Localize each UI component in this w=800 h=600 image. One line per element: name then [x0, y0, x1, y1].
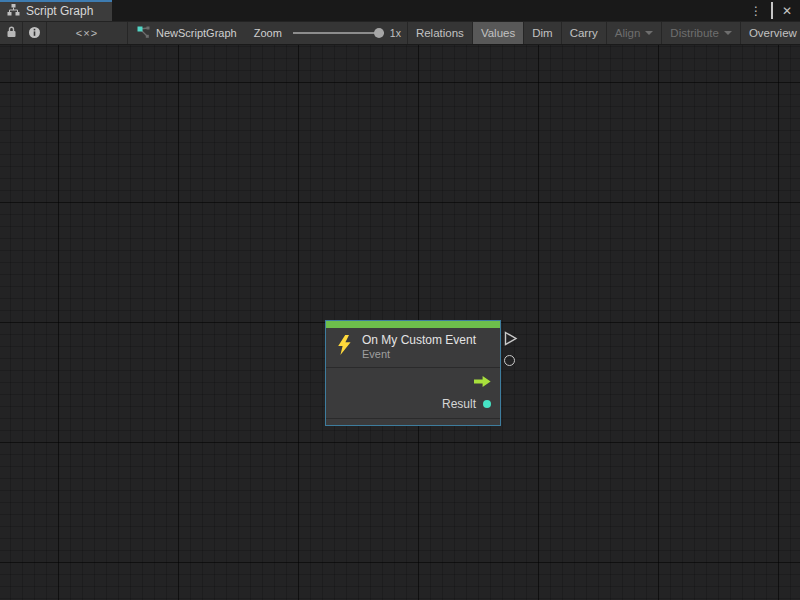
node-color-bar [326, 321, 500, 328]
dim-button[interactable]: Dim [523, 22, 560, 44]
tab-title: Script Graph [26, 3, 93, 18]
align-dropdown-button[interactable]: Align [606, 22, 662, 44]
info-icon [28, 26, 41, 41]
relations-button[interactable]: Relations [407, 22, 472, 44]
values-button[interactable]: Values [472, 22, 523, 44]
zoom-value: 1x [390, 27, 401, 39]
inspect-button[interactable] [23, 22, 47, 44]
tab-script-graph[interactable]: Script Graph [0, 0, 112, 21]
overview-button[interactable]: Overview [740, 22, 800, 44]
script-graph-icon [7, 2, 20, 20]
distribute-label: Distribute [670, 27, 719, 39]
graph-canvas[interactable]: On My Custom Event Event Result [0, 45, 800, 600]
port-label-result: Result [442, 397, 476, 411]
window-controls: ⋮ ✕ [750, 0, 800, 21]
event-node[interactable]: On My Custom Event Event Result [325, 320, 501, 426]
close-icon[interactable]: ✕ [782, 5, 792, 17]
value-port-dot[interactable] [483, 400, 491, 408]
zoom-slider-track [293, 32, 384, 34]
node-ports: Result [326, 367, 500, 418]
zoom-slider[interactable] [293, 27, 384, 39]
zoom-slider-handle[interactable] [374, 28, 384, 38]
control-output-port-row [335, 371, 491, 393]
lightning-bolt-icon [337, 335, 352, 359]
view-options-group: Relations Values Dim Carry Align Distrib… [407, 22, 800, 44]
node-title: On My Custom Event [362, 333, 476, 347]
lock-button[interactable] [0, 22, 23, 44]
code-view-button[interactable]: <×> [47, 22, 128, 44]
code-toggle-icon: <×> [76, 27, 98, 39]
chevron-down-icon [645, 31, 653, 35]
menu-icon[interactable]: ⋮ [750, 5, 762, 17]
script-graph-window: Script Graph ⋮ ✕ [0, 0, 800, 600]
chevron-down-icon [724, 31, 732, 35]
active-tab-accent-line [0, 0, 112, 2]
value-output-connector[interactable] [504, 355, 515, 366]
node-subtitle: Event [362, 348, 476, 361]
carry-button[interactable]: Carry [561, 22, 606, 44]
node-header[interactable]: On My Custom Event Event [326, 328, 500, 367]
value-output-port-row: Result [335, 393, 491, 415]
graph-asset-icon [137, 24, 150, 42]
graph-toolbar: <×> NewScriptGraph Zoom 1x Relation [0, 21, 800, 45]
graph-reference[interactable]: NewScriptGraph [137, 22, 237, 44]
tab-bar: Script Graph ⋮ ✕ [0, 0, 800, 21]
align-label: Align [615, 27, 641, 39]
lock-icon [6, 26, 17, 40]
graph-name: NewScriptGraph [156, 27, 237, 39]
maximize-icon[interactable] [771, 5, 773, 17]
control-flow-arrow-icon [474, 373, 491, 391]
zoom-control: Zoom 1x [254, 22, 407, 44]
distribute-dropdown-button[interactable]: Distribute [661, 22, 740, 44]
zoom-label: Zoom [254, 27, 282, 39]
node-footer [326, 418, 500, 425]
control-output-connector[interactable] [504, 331, 518, 350]
